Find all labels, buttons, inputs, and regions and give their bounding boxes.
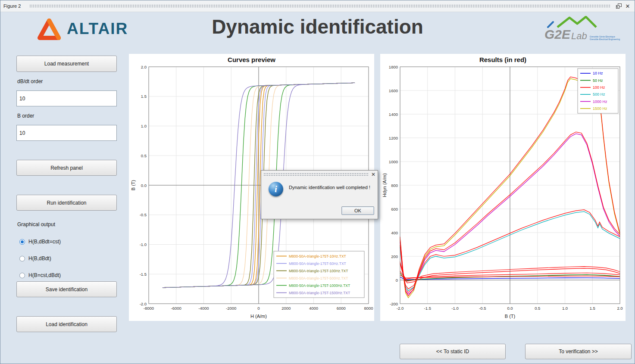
svg-text:-2.0: -2.0 (397, 306, 404, 311)
window-titlebar: Figure 2 ✕ (0, 0, 635, 12)
svg-text:50 Hz: 50 Hz (593, 78, 603, 83)
svg-text:B (T): B (T) (505, 314, 515, 319)
svg-text:-8000: -8000 (144, 306, 154, 311)
svg-text:M800-50A-triangle-175T-50Hz.TX: M800-50A-triangle-175T-50Hz.TXT (289, 261, 346, 266)
svg-text:1000: 1000 (389, 159, 398, 164)
svg-text:800: 800 (391, 183, 398, 188)
altair-logo: ALTAIR (37, 17, 128, 41)
svg-text:1.5: 1.5 (141, 94, 147, 99)
svg-text:2000: 2000 (282, 306, 291, 311)
radio-h-b-dbdt-cst[interactable]: H(B,dBdt=cst) (19, 239, 61, 245)
completion-dialog: ✕ Dynamic identification well completed … (261, 170, 378, 219)
radio-label: H(B=cst,dBdt) (28, 272, 61, 278)
svg-text:10 Hz: 10 Hz (593, 71, 603, 75)
dialog-titlebar: ✕ (261, 171, 378, 178)
svg-text:Hdyn (A/m): Hdyn (A/m) (382, 173, 387, 197)
load-measurement-button[interactable]: Load measurement (16, 56, 117, 72)
svg-text:600: 600 (391, 207, 398, 212)
svg-text:200: 200 (391, 254, 398, 259)
refresh-panel-button[interactable]: Refresh panel (16, 160, 117, 176)
b-order-input[interactable] (16, 125, 117, 141)
svg-text:-4000: -4000 (198, 306, 209, 311)
results-panel: -2.0-1.5-1.0-0.50.00.51.01.52.0-20002004… (380, 54, 626, 321)
svg-text:-1.5: -1.5 (424, 306, 431, 311)
b-order-label: B order (17, 113, 34, 119)
svg-text:2.0: 2.0 (141, 65, 147, 69)
svg-text:1600: 1600 (389, 88, 398, 93)
g2e-tagline-en: Grenoble Electrical Engineering (590, 38, 620, 40)
radio-h-bcst-dbdt[interactable]: H(B=cst,dBdt) (19, 272, 61, 278)
titlebar-dots (29, 4, 610, 8)
svg-text:-2000: -2000 (226, 306, 236, 311)
svg-text:1800: 1800 (389, 65, 398, 69)
results-plot: -2.0-1.5-1.0-0.50.00.51.01.52.0-20002004… (380, 54, 626, 321)
svg-text:1.0: 1.0 (562, 306, 568, 311)
svg-text:M800-50A-triangle-175T-10Hz.TX: M800-50A-triangle-175T-10Hz.TXT (289, 254, 346, 258)
svg-text:B (T): B (T) (131, 180, 136, 190)
svg-text:500 Hz: 500 Hz (593, 92, 605, 96)
radio-button-icon[interactable] (19, 239, 25, 245)
radio-button-icon[interactable] (19, 256, 25, 261)
altair-wordmark: ALTAIR (67, 20, 128, 38)
curves-preview-title: Curves preview (129, 56, 374, 63)
svg-text:1400: 1400 (389, 112, 398, 117)
window-title: Figure 2 (3, 3, 21, 9)
dbdt-order-input[interactable] (16, 90, 117, 106)
close-icon[interactable]: ✕ (624, 2, 632, 10)
svg-text:1.0: 1.0 (141, 124, 147, 128)
svg-text:-1.0: -1.0 (451, 306, 458, 311)
svg-text:0.5: 0.5 (535, 306, 540, 311)
save-identification-button[interactable]: Save identification (16, 281, 117, 297)
svg-text:1.5: 1.5 (590, 306, 595, 311)
radio-label: H(B,dBdt=cst) (28, 239, 61, 245)
dock-icon[interactable] (615, 2, 622, 10)
svg-text:1500 Hz: 1500 Hz (593, 106, 607, 111)
svg-text:-0.5: -0.5 (140, 212, 147, 217)
altair-triangle-icon (37, 17, 61, 41)
radio-label: H(B,dBdt) (28, 255, 51, 261)
svg-text:0: 0 (257, 306, 260, 311)
svg-text:1000 Hz: 1000 Hz (593, 100, 607, 104)
svg-text:-1.5: -1.5 (140, 272, 147, 277)
g2e-lab-wordmark: Lab (571, 31, 587, 42)
svg-text:-2.0: -2.0 (140, 302, 147, 306)
svg-text:M800-50A-triangle-175T-1500Hz.: M800-50A-triangle-175T-1500Hz.TXT (289, 291, 350, 295)
svg-text:-6000: -6000 (171, 306, 181, 311)
svg-text:0.0: 0.0 (507, 306, 513, 311)
g2e-tagline: Grenoble Génie Electrique Grenoble Elect… (590, 35, 620, 40)
svg-text:0.0: 0.0 (141, 183, 147, 188)
svg-text:H (A/m): H (A/m) (250, 314, 267, 319)
svg-text:-200: -200 (390, 302, 398, 306)
svg-text:6000: 6000 (337, 306, 346, 311)
radio-h-b-dbdt[interactable]: H(B,dBdt) (19, 255, 51, 261)
mountain-icon (544, 16, 605, 28)
dialog-close-icon[interactable]: ✕ (371, 171, 375, 177)
svg-text:2.0: 2.0 (617, 306, 622, 311)
dock-window-icon (616, 3, 622, 9)
svg-text:M800-50A-triangle-175T-500Hz.T: M800-50A-triangle-175T-500Hz.TXT (289, 276, 348, 280)
svg-text:100 Hz: 100 Hz (593, 85, 605, 90)
svg-text:-1.0: -1.0 (140, 242, 147, 247)
run-identification-button[interactable]: Run identification (16, 195, 117, 211)
svg-text:4000: 4000 (309, 306, 318, 311)
dialog-message: Dynamic identification well completed ! (289, 185, 370, 190)
to-verification-button[interactable]: To verification >> (525, 344, 632, 359)
load-identification-button[interactable]: Load identification (16, 316, 117, 332)
info-icon (269, 182, 283, 196)
g2e-wordmark: G2E (544, 27, 570, 42)
results-title: Results (in red) (380, 56, 626, 63)
graphical-output-label: Graphical output (17, 221, 55, 227)
svg-text:1200: 1200 (389, 136, 398, 140)
svg-text:M800-50A-triangle-175T-100Hz.T: M800-50A-triangle-175T-100Hz.TXT (289, 269, 348, 273)
figure-window: Figure 2 ✕ ALTAIR Dynamic identification… (0, 0, 635, 364)
svg-text:M800-50A-triangle-175T-1000Hz.: M800-50A-triangle-175T-1000Hz.TXT (289, 283, 350, 288)
g2elab-logo: G2E Lab Grenoble Génie Electrique Grenob… (544, 16, 618, 42)
to-static-id-button[interactable]: << To static ID (400, 344, 506, 359)
dialog-ok-button[interactable]: OK (341, 206, 374, 215)
radio-button-icon[interactable] (19, 273, 25, 278)
svg-text:8000: 8000 (364, 306, 373, 311)
svg-text:-0.5: -0.5 (479, 306, 486, 311)
svg-text:400: 400 (391, 230, 398, 235)
dialog-titlebar-dots (263, 173, 369, 176)
dbdt-order-label: dB/dt order (17, 78, 43, 84)
